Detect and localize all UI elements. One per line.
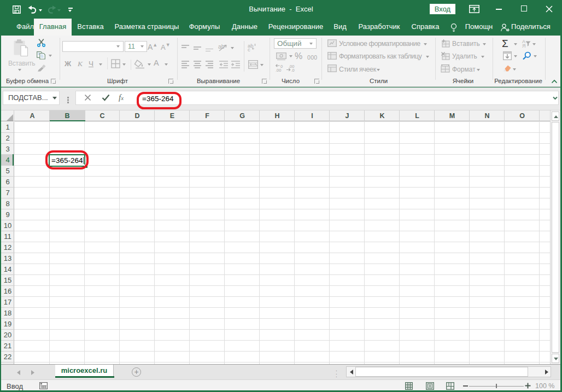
svg-text:,00: ,00 bbox=[276, 68, 281, 72]
svg-text:,0: ,0 bbox=[291, 68, 295, 72]
svg-text:c: c bbox=[248, 46, 250, 51]
